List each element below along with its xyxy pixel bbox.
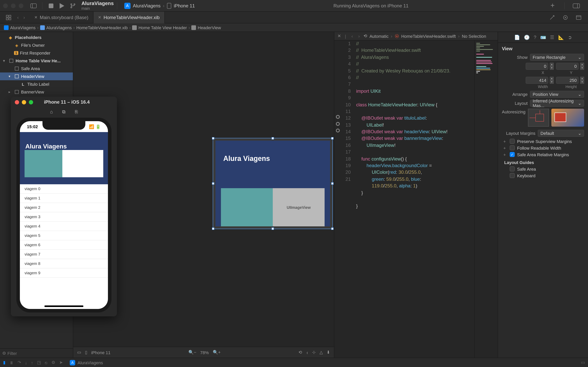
home-icon[interactable]: ⌂ [50,109,53,115]
align-icon[interactable]: ⫞ [306,350,308,355]
resize-handle[interactable] [272,227,274,230]
table-row[interactable]: viagem 4 [20,222,108,231]
outline-root-view[interactable]: ▾ Home Table View He... [0,57,73,65]
table-view[interactable]: viagem 0viagem 1viagem 2viagem 3viagem 4… [20,184,108,278]
keyboard-guide-checkbox[interactable] [510,173,515,178]
connections-inspector-icon[interactable]: ➲ [568,34,572,40]
debug-toggle-icon[interactable]: ▮ [3,360,5,365]
adjust-editor-icon[interactable] [562,13,569,21]
outlet-connection-icon[interactable] [336,122,340,126]
forward-icon[interactable]: › [357,34,361,38]
related-items-icon[interactable] [5,13,12,21]
autoresizing-control[interactable] [528,109,549,127]
disclosure-icon[interactable]: ▸ [8,90,12,94]
breakpoint-gutter[interactable] [334,41,341,358]
jumpbar-file[interactable]: HomeTableViewHeader.swift [401,34,456,38]
table-row[interactable]: viagem 7 [20,250,108,259]
help-inspector-icon[interactable]: ? [534,34,536,40]
home-indicator[interactable] [44,305,83,307]
tab-xib[interactable]: ✕ HomeTableViewHeader.xib [93,11,165,23]
resize-handle[interactable] [272,137,274,140]
bc-object[interactable]: Home Table View Header [139,25,187,30]
resize-handle[interactable] [331,182,334,185]
design-root-view[interactable]: Alura Viagens UIImageView [213,138,333,229]
step-over-icon[interactable]: ↷ [17,360,21,365]
size-inspector-icon[interactable]: 📐 [558,34,564,40]
table-row[interactable]: viagem 8 [20,259,108,268]
identity-inspector-icon[interactable]: 🪪 [540,34,546,40]
back-icon[interactable]: ‹ [16,15,20,20]
code-editor[interactable]: 123456789101112 1314 151617 18192021 // … [334,41,498,358]
forward-icon[interactable]: › [22,15,26,20]
debug-env-icon[interactable]: ⚙ [51,360,55,365]
file-inspector-icon[interactable]: 📄 [514,34,520,40]
disclosure-icon[interactable]: ▾ [8,75,12,78]
tab-storyboard[interactable]: ✕ Main.storyboard (Base) [30,11,93,23]
bc-group[interactable]: AluraViagens [46,25,72,30]
scheme-branch-icon[interactable] [69,2,77,9]
x-input[interactable] [526,63,548,70]
height-input[interactable] [556,77,579,84]
table-row[interactable]: viagem 3 [20,212,108,222]
safe-area-guide-checkbox[interactable] [510,166,515,171]
pause-icon[interactable]: ⏸ [9,360,14,365]
bc-file[interactable]: HomeTableViewHeader.xib [76,25,128,30]
layout-select[interactable]: Inferred (Autoresizing Mas...⌄ [530,100,584,107]
stepper[interactable]: ▴▾ [580,77,584,84]
rotate-icon[interactable]: ⎘ [75,109,78,115]
bc-subobject[interactable]: HeaderView [198,25,221,30]
outlet-connection-icon[interactable] [336,115,340,119]
debug-target[interactable]: AluraViagens [77,360,103,365]
resize-handle[interactable] [212,137,214,140]
resolve-icon[interactable]: △ [319,350,323,355]
width-input[interactable] [526,77,548,84]
resize-handle[interactable] [331,137,334,140]
canvas-option-icon[interactable]: ⟲ [298,350,302,355]
jumpbar-selection[interactable]: No Selection [462,34,486,38]
attributes-inspector-icon[interactable]: ☰ [550,34,554,40]
add-icon[interactable]: + [502,146,507,150]
outline-header-view[interactable]: ▾ HeaderView [0,73,73,80]
resize-handle[interactable] [212,227,214,230]
back-icon[interactable]: ‹ [350,34,354,38]
minimap[interactable] [474,41,498,358]
outlet-connection-icon[interactable] [336,129,340,133]
code-content[interactable]: // // HomeTableViewHeader.swift // Alura… [353,41,474,358]
safe-area-relative-checkbox[interactable]: ✓ [510,152,515,157]
outline-placeholders[interactable]: ◈ Placeholders [0,33,73,41]
close-editor-icon[interactable]: ✕ [337,33,341,39]
zoom-window-icon[interactable] [19,3,23,8]
resize-handle[interactable] [212,182,214,185]
history-inspector-icon[interactable]: 🕘 [524,34,530,40]
close-window-icon[interactable] [3,3,8,8]
embed-icon[interactable]: ⬇ [327,350,330,355]
editor-options-icon[interactable] [548,13,556,21]
zoom-in-icon[interactable]: 🔍+ [213,350,221,355]
table-row[interactable]: viagem 9 [20,268,108,278]
step-into-icon[interactable]: ↓ [25,360,27,365]
table-row[interactable]: viagem 6 [20,240,108,250]
design-image-view[interactable]: UIImageView [273,188,325,226]
arrange-select[interactable]: Position View⌄ [530,91,584,98]
stepper[interactable]: ▴▾ [580,63,584,70]
show-select[interactable]: Frame Rectangle⌄ [530,54,584,61]
close-window-icon[interactable] [15,100,19,104]
outline-banner-view[interactable]: ▸ BannerView [0,88,73,96]
add-icon[interactable]: + [502,139,507,143]
pin-icon[interactable]: ⊹ [312,350,316,355]
design-header-view[interactable]: Alura Viagens UIImageView [216,141,330,226]
margins-select[interactable]: Default⌄ [538,130,584,137]
table-row[interactable]: viagem 1 [20,194,108,203]
y-input[interactable] [556,63,579,70]
library-icon[interactable] [572,2,580,9]
jumpbar-auto[interactable]: Automatic [370,34,388,38]
close-tab-icon[interactable]: ✕ [34,15,37,19]
add-tab-icon[interactable]: + [549,2,556,9]
outline-titulo-label[interactable]: L Titulo Label [0,80,73,88]
add-icon[interactable]: + [502,152,507,157]
step-out-icon[interactable]: ↑ [31,360,33,365]
run-icon[interactable] [58,2,66,9]
orientation-icon[interactable]: ▯ [85,350,87,355]
zoom-level[interactable]: 78% [200,350,209,355]
follow-readable-checkbox[interactable] [510,145,515,150]
